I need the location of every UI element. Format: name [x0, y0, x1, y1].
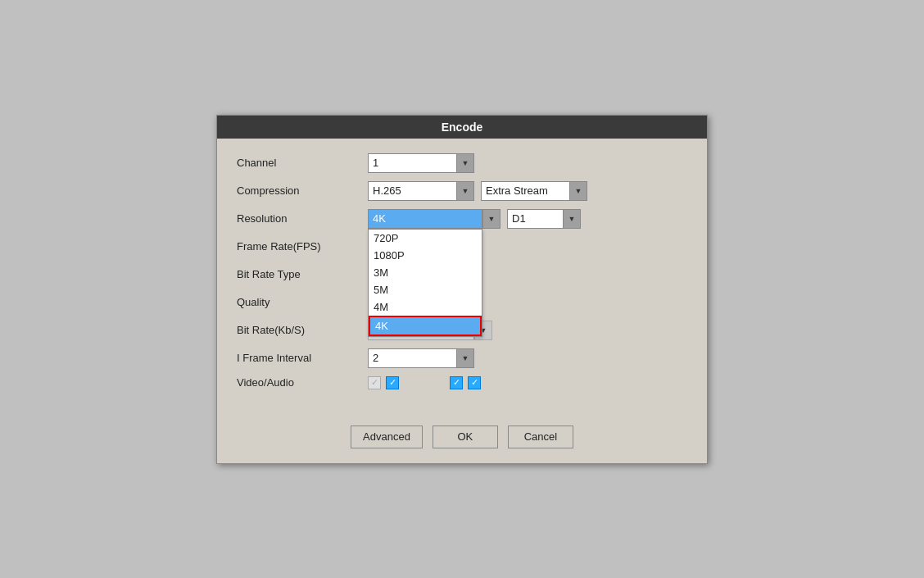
resolution-dropdown-container[interactable]: 4K ▼ 720P 1080P 3M 5M 4M 4K [368, 209, 500, 229]
dialog-title: Encode [217, 116, 707, 139]
resolution-right-select[interactable]: D1720P1080P [507, 209, 581, 229]
bitrate-label: Bit Rate(Kb/S) [237, 324, 368, 336]
iframe-select-wrapper[interactable]: 1248 ▼ [368, 348, 474, 368]
resolution-option-5m[interactable]: 5M [369, 281, 482, 298]
bitratetype-label: Bit Rate Type [237, 268, 368, 280]
checkbox-3[interactable]: ✓ [450, 376, 463, 389]
videoaudio-checkboxes: ✓ ✓ ✓ ✓ [368, 376, 481, 389]
stream-select-wrapper[interactable]: Main StreamExtra Stream ▼ [481, 181, 587, 201]
resolution-label: Resolution [237, 212, 368, 225]
compression-select[interactable]: H.264H.265 [368, 181, 474, 201]
quality-label: Quality [237, 296, 368, 308]
encode-dialog: Encode Channel 1234 ▼ Compression H.264H… [216, 115, 708, 464]
compression-select-wrapper[interactable]: H.264H.265 ▼ [368, 181, 474, 201]
iframe-select[interactable]: 1248 [368, 348, 474, 368]
checkbox-2[interactable]: ✓ [386, 376, 399, 389]
channel-select[interactable]: 1234 [368, 153, 474, 173]
checkbox-3-check-icon: ✓ [453, 377, 460, 388]
resolution-option-4k[interactable]: 4K [369, 316, 482, 336]
resolution-option-720p[interactable]: 720P [369, 230, 482, 247]
checkbox-4-check-icon: ✓ [471, 377, 478, 388]
checkbox-4[interactable]: ✓ [468, 376, 481, 389]
resolution-dropdown-list: 720P 1080P 3M 5M 4M 4K [368, 229, 482, 337]
resolution-option-1080p[interactable]: 1080P [369, 247, 482, 264]
checkbox-1-check-icon: ✓ [371, 377, 378, 388]
framerate-label: Frame Rate(FPS) [237, 240, 368, 253]
cancel-button[interactable]: Cancel [508, 426, 573, 448]
resolution-dropdown-field[interactable]: 4K [368, 209, 482, 229]
advanced-button[interactable]: Advanced [351, 426, 423, 448]
videoaudio-label: Video/Audio [237, 376, 368, 389]
resolution-right-select-wrapper[interactable]: D1720P1080P ▼ [507, 209, 581, 229]
iframe-label: I Frame Interval [237, 352, 368, 364]
iframe-row: I Frame Interval 1248 ▼ [237, 348, 687, 368]
checkbox-1[interactable]: ✓ [368, 376, 381, 389]
videoaudio-row: Video/Audio ✓ ✓ ✓ ✓ [237, 376, 687, 389]
button-row: Advanced OK Cancel [217, 409, 707, 463]
resolution-arrow-icon[interactable]: ▼ [482, 209, 500, 229]
channel-label: Channel [237, 157, 368, 169]
checkbox-2-check-icon: ✓ [389, 377, 396, 388]
compression-row: Compression H.264H.265 ▼ Main StreamExtr… [237, 181, 687, 201]
ok-button[interactable]: OK [433, 426, 498, 448]
resolution-row: Resolution 4K ▼ 720P 1080P 3M 5M 4M 4K [237, 209, 687, 229]
compression-label: Compression [237, 184, 368, 197]
channel-select-wrapper[interactable]: 1234 ▼ [368, 153, 474, 173]
channel-row: Channel 1234 ▼ [237, 153, 687, 173]
resolution-option-4m[interactable]: 4M [369, 298, 482, 316]
stream-select[interactable]: Main StreamExtra Stream [481, 181, 587, 201]
resolution-option-3m[interactable]: 3M [369, 264, 482, 281]
